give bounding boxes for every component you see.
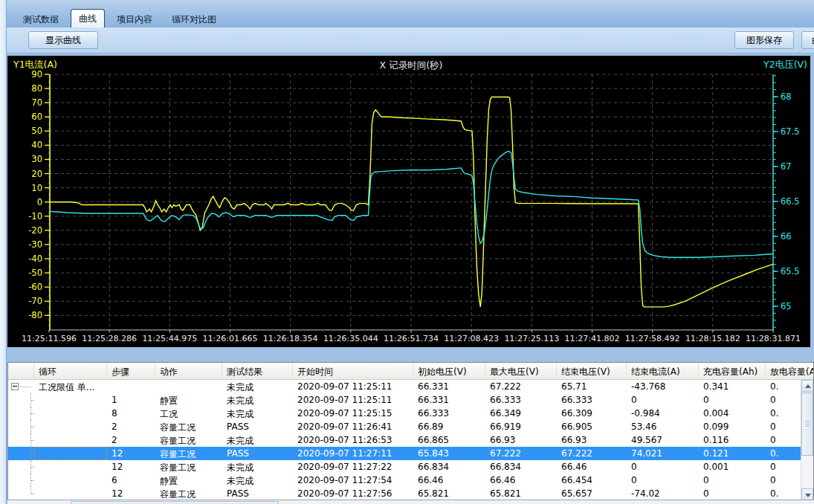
tree-branch-line bbox=[31, 427, 34, 427]
save-graph-button[interactable]: 图形保存 bbox=[734, 31, 794, 49]
tree-branch-line bbox=[31, 467, 34, 468]
table-row-2[interactable]: 8工况未完成2020-09-07 11:25:1566.33366.34966.… bbox=[8, 407, 802, 420]
svg-text:Y2电压(V): Y2电压(V) bbox=[763, 59, 807, 70]
svg-text:-30: -30 bbox=[28, 239, 42, 250]
svg-text:X 记录时间(秒): X 记录时间(秒) bbox=[380, 59, 443, 71]
table-row-4[interactable]: 2容量工况未完成2020-09-07 11:26:5366.86566.9366… bbox=[8, 433, 802, 447]
cell-step: 12 bbox=[107, 460, 155, 474]
svg-text:11:26:51.734: 11:26:51.734 bbox=[384, 334, 439, 343]
cell-v_init: 66.865 bbox=[413, 433, 485, 447]
column-header-start[interactable]: 开始时间 bbox=[293, 363, 413, 379]
cell-v_max: 66.349 bbox=[485, 407, 557, 420]
tree-branch-line bbox=[30, 487, 31, 494]
svg-text:67: 67 bbox=[781, 161, 792, 172]
table-row-3[interactable]: 2容量工况PASS2020-09-07 11:26:4166.8966.9196… bbox=[8, 420, 802, 433]
table-row-6[interactable]: 12容量工况未完成2020-09-07 11:27:2266.83466.834… bbox=[8, 460, 802, 474]
tree-branch-line bbox=[31, 440, 34, 441]
svg-text:-80: -80 bbox=[28, 310, 42, 320]
show-curve-button[interactable]: 显示曲线 bbox=[28, 31, 98, 49]
svg-text:65: 65 bbox=[781, 301, 792, 311]
tab-2[interactable]: 项目内容 bbox=[109, 11, 160, 28]
cell-i_end: -43.768 bbox=[627, 380, 699, 393]
cell-v_init: 65.821 bbox=[413, 487, 485, 500]
cell-result: PASS bbox=[222, 487, 293, 500]
svg-text:66.5: 66.5 bbox=[781, 196, 800, 207]
scrollbar-thumb[interactable] bbox=[801, 392, 813, 456]
cell-v_init: 66.46 bbox=[413, 474, 485, 487]
tab-3[interactable]: 循环对比图 bbox=[164, 11, 224, 28]
curve-chart[interactable]: 9080706050403020100-10-20-30-40-50-60-70… bbox=[7, 56, 810, 347]
svg-text:11:25:11.596: 11:25:11.596 bbox=[22, 334, 77, 343]
svg-text:-20: -20 bbox=[28, 225, 42, 236]
column-header-cap_dis[interactable]: 放电容量(Ah) bbox=[766, 363, 813, 379]
table-row-1[interactable]: 1静置未完成2020-09-07 11:25:1166.33166.33366.… bbox=[8, 393, 802, 407]
svg-text:-50: -50 bbox=[28, 268, 42, 278]
scroll-up-button[interactable] bbox=[801, 380, 813, 392]
svg-text:0: 0 bbox=[37, 197, 42, 207]
svg-text:-10: -10 bbox=[28, 211, 42, 222]
expand-collapse-icon[interactable] bbox=[11, 383, 19, 390]
cell-result: PASS bbox=[222, 447, 293, 460]
table-body: 工况限值 单...未完成2020-09-07 11:25:1166.33167.… bbox=[8, 380, 802, 500]
cell-v_max: 66.93 bbox=[485, 433, 557, 447]
tree-branch-line bbox=[31, 480, 34, 481]
cell-i_end: -0.984 bbox=[627, 407, 699, 420]
cell-result: 未完成 bbox=[222, 393, 293, 407]
column-header-cap_chg[interactable]: 充电容量(Ah) bbox=[699, 363, 766, 379]
svg-text:11:26:18.354: 11:26:18.354 bbox=[263, 334, 318, 343]
cell-cap_dis: 0. bbox=[766, 447, 802, 460]
vertical-scrollbar[interactable] bbox=[801, 380, 813, 500]
tree-cell bbox=[8, 393, 34, 407]
cell-action: 容量工况 bbox=[155, 420, 222, 433]
svg-text:67.5: 67.5 bbox=[781, 126, 800, 137]
cell-cap_dis: 0. bbox=[766, 487, 802, 500]
cell-result: 未完成 bbox=[222, 460, 293, 474]
column-header-result[interactable]: 测试结果 bbox=[222, 363, 293, 379]
tab-1[interactable]: 曲线 bbox=[71, 9, 105, 28]
cell-result: PASS bbox=[222, 420, 293, 433]
tree-branch-line bbox=[31, 413, 34, 414]
scroll-down-button[interactable] bbox=[801, 488, 813, 500]
table-row-5[interactable]: 12容量工况PASS2020-09-07 11:27:1165.84367.22… bbox=[8, 447, 802, 460]
table-row-8[interactable]: 12容量工况PASS2020-09-07 11:27:5665.82165.82… bbox=[8, 487, 802, 500]
cell-start: 2020-09-07 11:27:54 bbox=[293, 474, 413, 487]
tree-branch-line bbox=[31, 400, 34, 401]
horizontal-scrollbar-thumb[interactable] bbox=[71, 501, 279, 504]
cell-action: 容量工况 bbox=[155, 487, 222, 500]
cell-v_init: 66.331 bbox=[413, 393, 485, 407]
cell-cap_chg: 0 bbox=[699, 474, 766, 487]
cell-v_end: 66.309 bbox=[557, 407, 627, 420]
step-result-table: 循环步骤动作测试结果开始时间初始电压(V)最大电压(V)结束电压(V)结束电流(… bbox=[7, 362, 814, 504]
svg-text:60: 60 bbox=[31, 112, 42, 122]
column-header-v_max[interactable]: 最大电压(V) bbox=[485, 363, 557, 379]
column-header-action[interactable]: 动作 bbox=[155, 363, 222, 379]
cell-cycle bbox=[34, 393, 107, 407]
tab-0[interactable]: 测试数据 bbox=[16, 11, 66, 28]
tree-cell bbox=[8, 474, 34, 487]
cell-action: 静置 bbox=[155, 474, 222, 487]
partial-button[interactable]: 曲 bbox=[801, 31, 814, 49]
tab-bar: 测试数据曲线项目内容循环对比图 bbox=[7, 0, 814, 28]
column-header-v_init[interactable]: 初始电压(V) bbox=[413, 363, 485, 379]
chart-canvas[interactable]: 9080706050403020100-10-20-30-40-50-60-70… bbox=[7, 56, 810, 347]
tree-cell bbox=[8, 447, 34, 460]
tree-branch-line bbox=[20, 387, 30, 387]
cell-i_end: 74.021 bbox=[627, 447, 699, 460]
table-row-0[interactable]: 工况限值 单...未完成2020-09-07 11:25:1166.33167.… bbox=[8, 380, 802, 393]
svg-text:11:27:25.113: 11:27:25.113 bbox=[504, 334, 559, 343]
table-header-row: 循环步骤动作测试结果开始时间初始电压(V)最大电压(V)结束电压(V)结束电流(… bbox=[8, 363, 813, 380]
table-row-7[interactable]: 6静置未完成2020-09-07 11:27:5466.4666.4666.45… bbox=[8, 474, 802, 487]
column-header-v_end[interactable]: 结束电压(V) bbox=[557, 363, 627, 379]
horizontal-scrollbar[interactable] bbox=[7, 500, 814, 504]
column-header-cycle[interactable]: 循环 bbox=[34, 363, 107, 379]
svg-text:50: 50 bbox=[31, 126, 42, 136]
column-header-i_end[interactable]: 结束电流(A) bbox=[627, 363, 699, 379]
thumb-grip-icon bbox=[805, 424, 810, 425]
svg-text:11:28:31.871: 11:28:31.871 bbox=[746, 334, 801, 343]
tree-cell bbox=[8, 407, 34, 420]
cell-action: 工况 bbox=[155, 407, 222, 420]
cell-v_end: 67.222 bbox=[557, 447, 627, 460]
column-header-step[interactable]: 步骤 bbox=[107, 363, 155, 379]
svg-text:11:26:01.665: 11:26:01.665 bbox=[203, 334, 258, 343]
svg-text:11:27:58.492: 11:27:58.492 bbox=[625, 334, 680, 343]
